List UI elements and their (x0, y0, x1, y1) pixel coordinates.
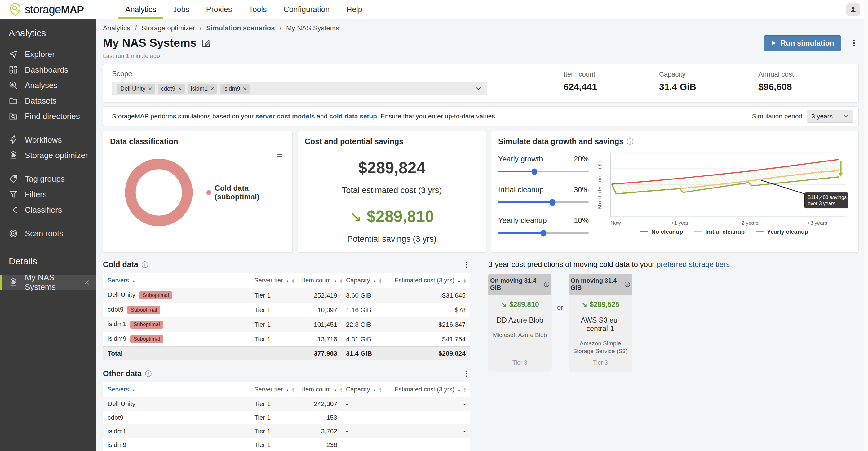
table-row[interactable]: isidm1 Tier 1 3,762 - - (103, 424, 470, 438)
close-icon[interactable] (84, 279, 90, 286)
slider-thumb[interactable] (540, 230, 547, 236)
sidebar-item[interactable]: Explorer (0, 46, 96, 62)
sidebar-item[interactable]: Analyses (0, 77, 96, 93)
sidebar-item[interactable]: Filters (0, 187, 96, 202)
scope-tag[interactable]: cdot9 × (158, 84, 185, 94)
sidebar-item-my-nas-systems[interactable]: My NAS Systems (0, 275, 96, 290)
scope-tag[interactable]: isidm1 × (188, 84, 217, 94)
chart-tooltip: $114,480 savings over 3 years (805, 193, 848, 208)
info-icon[interactable] (544, 282, 550, 287)
server-cost-models-link[interactable]: server cost models (255, 112, 315, 120)
nav-item[interactable]: Proxies (199, 0, 239, 19)
column-header[interactable]: Estimated cost (3 yrs) ▴ ▴▾ (390, 273, 470, 288)
prediction-card-azure[interactable]: On moving 31.4 GiB ↘ $289,810 DD Azure B… (488, 274, 552, 371)
brand-pin-icon (8, 2, 22, 17)
cold-data-setup-link[interactable]: cold data setup (329, 112, 377, 120)
chevron-down-icon[interactable] (475, 85, 482, 92)
user-menu-button[interactable] (846, 3, 860, 16)
prediction-card-aws[interactable]: On moving 31.4 GiB ↘ $289,525 AWS S3 eu-… (569, 274, 632, 371)
remove-tag-icon[interactable]: × (178, 85, 182, 92)
column-header[interactable]: Capacity ▴ ▴▾ (342, 273, 390, 288)
chart-legend-item[interactable]: Yearly cleanup (756, 228, 808, 235)
slider-track[interactable] (498, 171, 589, 172)
edit-icon[interactable] (202, 38, 211, 48)
cold-data-title: Cold data (103, 260, 138, 269)
capacity: 1.16 GiB (342, 302, 390, 317)
nav-item[interactable]: Tools (242, 0, 273, 19)
column-header[interactable]: Item count ▴ ▴▾ (298, 273, 342, 288)
column-header[interactable]: Servers ▴ ▴▾ (103, 273, 250, 288)
breadcrumb-label[interactable]: My NAS Systems (286, 24, 339, 32)
sort-asc-icon: ▴ (374, 387, 376, 392)
slider-thumb[interactable] (531, 168, 537, 175)
info-icon[interactable] (624, 282, 630, 287)
breadcrumb-item[interactable]: Storage optimizer / (142, 24, 206, 32)
table-row[interactable]: isidm1Suboptimal Tier 1 101,451 22.3 GiB… (103, 317, 470, 332)
brand-logo[interactable]: storageMAP (8, 0, 101, 19)
page-kebab-menu-icon[interactable] (849, 38, 859, 48)
breadcrumb-label[interactable]: Storage optimizer (142, 24, 195, 32)
simulation-period-select[interactable]: 3 years (807, 110, 854, 123)
breadcrumb-item[interactable]: Analytics / (103, 24, 142, 32)
sidebar-item[interactable]: Scan roots (0, 226, 96, 241)
column-header[interactable]: Servers ▴ ▴▾ (103, 382, 250, 397)
remove-tag-icon[interactable]: × (211, 85, 214, 92)
slider-track[interactable] (498, 232, 589, 234)
sidebar-item[interactable]: Find directories (0, 108, 96, 124)
column-header[interactable]: Server tier ▴ ▴▾ (250, 382, 298, 397)
x-tick-1yr: +1 year (671, 220, 688, 226)
info-icon[interactable] (626, 138, 633, 145)
scope-select[interactable]: Dell Unity × cdot9 × isidm1 × (112, 82, 487, 95)
slider-track[interactable] (498, 201, 589, 203)
server-tier: Tier 1 (250, 332, 298, 347)
column-header[interactable]: Item count ▴ ▴▾ (298, 382, 342, 397)
column-header[interactable]: Capacity ▴ ▴▾ (342, 382, 390, 397)
table-row[interactable]: Dell Unity Tier 1 242,307 - - (103, 397, 470, 411)
table-row[interactable]: isidm9Suboptimal Tier 1 13,716 4.31 GiB … (103, 332, 470, 347)
column-header[interactable]: Server tier ▴ ▴▾ (250, 273, 298, 288)
table-row[interactable]: isidm9 Tier 1 236 - - (103, 438, 470, 451)
sidebar-item[interactable]: Workflows (0, 132, 96, 148)
chart-legend-item[interactable]: No cleanup (640, 228, 683, 235)
slider-thumb[interactable] (550, 199, 556, 205)
server-name: isidm9 (107, 441, 126, 448)
scope-tag[interactable]: Dell Unity × (117, 84, 155, 94)
savings-arrow-icon: ↘ (350, 208, 362, 225)
nav-item[interactable]: Analytics (118, 0, 163, 19)
sidebar-item[interactable]: Storage optimizer (0, 148, 96, 163)
breadcrumb-label[interactable]: Analytics (103, 24, 130, 32)
info-icon[interactable] (142, 261, 149, 268)
cold-data-kebab-menu-icon[interactable] (462, 261, 470, 269)
estimated-cost: $216,347 (390, 317, 470, 332)
breadcrumb-item[interactable]: My NAS Systems (286, 24, 339, 32)
table-row[interactable]: cdot9Suboptimal Tier 1 10,397 1.16 GiB $… (103, 302, 470, 317)
nav-item[interactable]: Configuration (277, 0, 337, 19)
scope-tag[interactable]: isidm9 × (220, 84, 250, 94)
nav-item[interactable]: Jobs (166, 0, 196, 19)
sidebar-item[interactable]: Dashboards (0, 62, 96, 77)
sidebar-item[interactable]: Tag groups (0, 171, 96, 187)
chart-menu-icon[interactable] (276, 151, 284, 159)
prediction-provider: Microsoft Azure Blob (493, 331, 547, 339)
info-icon[interactable] (145, 370, 152, 377)
scrollbar-track[interactable] (864, 0, 868, 451)
chart-legend-item[interactable]: Initial cleanup (694, 228, 745, 235)
remove-tag-icon[interactable]: × (148, 85, 152, 92)
breadcrumb-label[interactable]: Simulation scenarios (206, 24, 275, 32)
sidebar-item-label: Classifiers (25, 205, 62, 215)
sort-asc-icon: ▴ (132, 387, 134, 392)
donut-legend-item[interactable]: Cold data (suboptimal) (207, 184, 285, 201)
column-header[interactable]: Estimated cost (3 yrs) ▴ ▴▾ (390, 382, 470, 397)
sidebar-details-title: Details (0, 256, 96, 266)
table-row[interactable]: cdot9 Tier 1 153 - - (103, 411, 470, 424)
nav-item[interactable]: Help (339, 0, 369, 19)
or-label: or (557, 303, 563, 312)
sidebar-item[interactable]: Classifiers (0, 202, 96, 218)
preferred-storage-tiers-link[interactable]: preferred storage tiers (657, 260, 730, 268)
other-data-kebab-menu-icon[interactable] (462, 370, 470, 378)
table-row[interactable]: Dell UnitySuboptimal Tier 1 252,419 3.60… (103, 288, 470, 303)
run-simulation-button[interactable]: Run simulation (764, 35, 841, 51)
breadcrumb-item[interactable]: Simulation scenarios / (206, 24, 286, 32)
remove-tag-icon[interactable]: × (243, 85, 247, 92)
sidebar-item[interactable]: Datasets (0, 93, 96, 108)
